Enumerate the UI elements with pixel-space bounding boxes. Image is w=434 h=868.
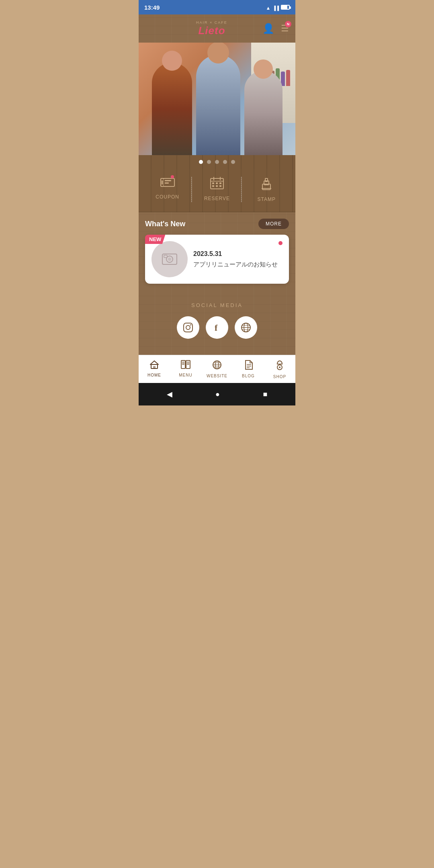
dot-5[interactable]: [231, 160, 235, 164]
blog-nav-label: BLOG: [242, 374, 255, 378]
svg-rect-12: [212, 185, 214, 187]
whats-new-header: What's New MORE: [145, 219, 289, 229]
nav-shop[interactable]: SHOP: [264, 358, 295, 381]
stamp-label: STAMP: [258, 197, 276, 202]
nav-menu[interactable]: MENU: [170, 358, 201, 381]
instagram-button[interactable]: [177, 316, 199, 339]
coupon-action[interactable]: COUPON: [143, 177, 192, 202]
menu-nav-icon: [181, 360, 190, 371]
news-thumbnail: [151, 241, 188, 277]
signal-icon: [272, 4, 279, 11]
menu-nav-label: MENU: [179, 373, 192, 377]
facebook-button[interactable]: f: [206, 316, 228, 339]
system-nav: ◀ ● ■: [139, 383, 295, 405]
hero-image: [139, 43, 295, 155]
svg-rect-23: [184, 323, 192, 332]
website-button[interactable]: [235, 316, 257, 339]
recent-button[interactable]: ■: [256, 389, 274, 400]
news-date: 2023.5.31: [193, 250, 283, 258]
dot-2[interactable]: [207, 160, 211, 164]
status-bar: 13:49: [139, 0, 295, 14]
svg-point-51: [279, 366, 280, 368]
home-nav-label: HOME: [147, 373, 161, 377]
svg-rect-2: [165, 180, 171, 181]
reserve-icon: [210, 177, 224, 192]
svg-rect-33: [153, 366, 156, 368]
wifi-icon: [266, 4, 271, 11]
news-card[interactable]: NEW 2023.5.31 アプリリニューアルのお知らせ: [145, 235, 289, 284]
header-actions: 👤 ☰ N: [262, 23, 289, 34]
svg-point-21: [168, 258, 171, 261]
menu-notification-badge: N: [285, 21, 291, 27]
svg-rect-10: [216, 182, 218, 184]
coupon-icon: [160, 177, 175, 191]
new-badge: NEW: [145, 235, 165, 244]
quick-actions: COUPON RESERVE: [139, 169, 295, 212]
dot-4[interactable]: [223, 160, 227, 164]
logo-title: Lieto: [198, 25, 225, 37]
user-icon[interactable]: 👤: [262, 23, 274, 34]
whats-new-title: What's New: [145, 220, 185, 228]
stamp-action[interactable]: STAMP: [242, 177, 291, 202]
svg-rect-13: [216, 185, 218, 187]
svg-text:f: f: [215, 323, 218, 333]
dot-1[interactable]: [199, 160, 203, 164]
news-title: アプリリニューアルのお知らせ: [193, 261, 283, 268]
stamp-icon: [260, 177, 273, 193]
hamburger-menu-icon[interactable]: ☰ N: [281, 23, 289, 34]
status-icons: [266, 4, 290, 11]
bottom-navigation: HOME MENU WEBSI: [139, 355, 295, 383]
website-nav-icon: [212, 360, 222, 372]
news-content: 2023.5.31 アプリリニューアルのお知らせ: [193, 250, 283, 268]
coupon-label: COUPON: [156, 194, 179, 200]
svg-rect-9: [212, 182, 214, 184]
back-button[interactable]: ◀: [160, 388, 179, 400]
coupon-notification-dot: [171, 175, 174, 178]
social-media-title: SOCIAL MEDIA: [145, 302, 289, 308]
svg-rect-3: [165, 182, 169, 184]
whats-new-section: What's New MORE NEW 2023.5.31 アプリリニューアルの…: [139, 212, 295, 290]
app-header: HAIR × CAFE Lieto 👤 ☰ N: [139, 14, 295, 43]
svg-point-24: [186, 326, 190, 330]
website-nav-label: WEBSITE: [207, 374, 227, 378]
home-nav-icon: [149, 360, 159, 371]
shop-nav-label: SHOP: [273, 375, 286, 379]
svg-rect-4: [162, 180, 163, 184]
svg-rect-14: [219, 185, 221, 187]
status-time: 13:49: [144, 4, 160, 11]
carousel-dots: [139, 155, 295, 169]
blog-nav-icon: [244, 360, 253, 372]
svg-point-25: [190, 324, 191, 326]
svg-rect-11: [219, 182, 221, 184]
dot-3[interactable]: [215, 160, 219, 164]
app-logo: HAIR × CAFE Lieto: [196, 20, 227, 37]
home-button[interactable]: ●: [209, 389, 226, 400]
more-button[interactable]: MORE: [258, 219, 289, 229]
reserve-label: RESERVE: [204, 196, 230, 201]
reserve-action[interactable]: RESERVE: [192, 177, 242, 202]
social-media-section: SOCIAL MEDIA f: [139, 290, 295, 355]
nav-home[interactable]: HOME: [139, 358, 170, 381]
social-icons-row: f: [145, 316, 289, 339]
nav-blog[interactable]: BLOG: [233, 358, 264, 381]
logo-subtitle: HAIR × CAFE: [196, 20, 227, 25]
nav-website[interactable]: WEBSITE: [201, 358, 233, 381]
shop-nav-icon: [275, 360, 284, 373]
news-unread-dot: [278, 241, 283, 245]
battery-icon: [281, 5, 290, 10]
